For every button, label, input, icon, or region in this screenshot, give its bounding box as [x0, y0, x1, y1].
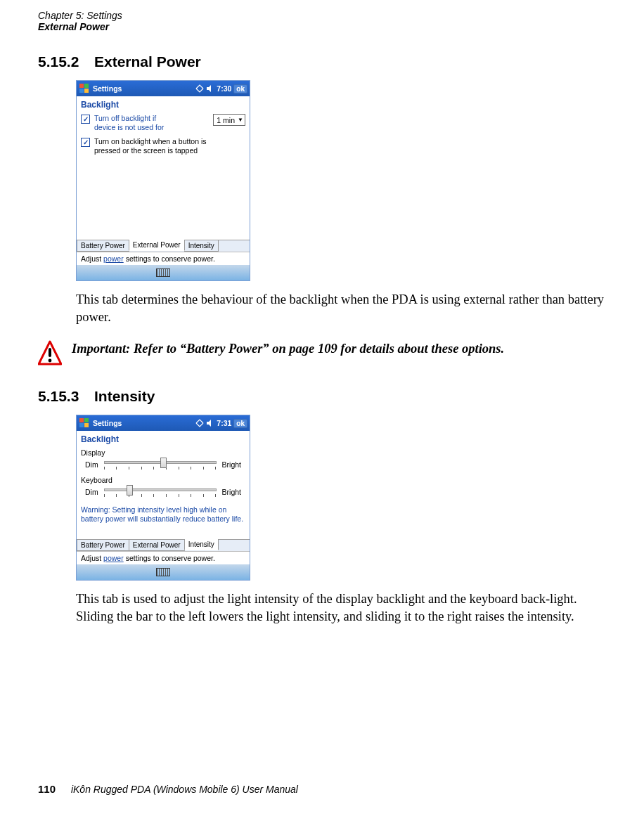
hint-bar: Adjust power settings to conserve power. — [77, 252, 250, 265]
svg-rect-9 — [84, 423, 89, 427]
hint-pre: Adjust — [81, 554, 103, 562]
windows-flag-icon — [79, 417, 90, 429]
display-slider[interactable] — [104, 458, 217, 471]
bright-label: Bright — [222, 488, 241, 496]
clock-time: 7:31 — [217, 419, 231, 427]
page-number: 110 — [38, 783, 56, 795]
connectivity-icon — [195, 84, 204, 93]
bottom-bar — [77, 564, 250, 580]
warning-icon — [38, 340, 62, 367]
window-titlebar: Settings 7:31 ok — [77, 415, 250, 431]
heading-number: 5.15.2 — [38, 53, 94, 70]
volume-icon — [206, 419, 214, 427]
window-title: Settings — [93, 84, 195, 93]
heading-text: External Power — [94, 53, 201, 70]
svg-rect-6 — [79, 418, 84, 422]
tab-external-power[interactable]: External Power — [129, 240, 185, 251]
body-paragraph-1: This tab determines the behaviour of the… — [76, 291, 606, 326]
panel-heading: Backlight — [81, 100, 245, 110]
book-title: iKôn Rugged PDA (Windows Mobile 6) User … — [71, 784, 298, 795]
hint-power-link[interactable]: power — [103, 254, 124, 263]
keyboard-icon[interactable] — [156, 268, 170, 277]
note-body: Refer to “Battery Power” on page 109 for… — [134, 342, 504, 356]
volume-icon — [206, 84, 214, 93]
svg-rect-2 — [79, 89, 84, 93]
keyboard-slider[interactable] — [104, 486, 217, 498]
tab-intensity[interactable]: Intensity — [184, 539, 219, 550]
bottom-bar — [77, 265, 250, 280]
hint-power-link[interactable]: power — [103, 554, 124, 562]
panel-heading: Backlight — [81, 434, 245, 444]
hint-post: settings to conserve power. — [124, 254, 215, 263]
intensity-warning-text: Warning: Setting intensity level high wh… — [81, 505, 245, 524]
window-title: Settings — [93, 419, 195, 427]
heading-external-power: 5.15.2External Power — [38, 53, 606, 70]
window-titlebar: Settings 7:30 ok — [77, 81, 250, 96]
running-header-chapter: Chapter 5: Settings — [38, 10, 606, 21]
screenshot-intensity: Settings 7:31 ok Backlight Display Dim B… — [76, 415, 250, 580]
clock-time: 7:30 — [217, 84, 231, 93]
ok-button[interactable]: ok — [233, 419, 247, 428]
screenshot-external-power: Settings 7:30 ok Backlight ✓ Turn off ba… — [76, 80, 250, 281]
windows-flag-icon — [79, 83, 90, 94]
checkbox-turnoff[interactable]: ✓ — [81, 115, 90, 124]
tab-intensity[interactable]: Intensity — [184, 240, 219, 252]
body-paragraph-2: This tab is used to adjust the light int… — [76, 590, 606, 626]
checkbox-turnoff-label: Turn off backlight if device is not used… — [94, 114, 172, 131]
connectivity-icon — [195, 419, 204, 427]
heading-number: 5.15.3 — [38, 388, 94, 405]
heading-intensity: 5.15.3Intensity — [38, 388, 606, 405]
svg-rect-1 — [84, 84, 89, 88]
svg-rect-8 — [79, 423, 84, 427]
keyboard-icon[interactable] — [156, 568, 170, 576]
hint-post: settings to conserve power. — [124, 554, 215, 562]
bright-label: Bright — [222, 460, 241, 469]
heading-text: Intensity — [94, 388, 155, 404]
display-slider-label: Display — [81, 448, 245, 457]
timeout-dropdown[interactable]: 1 min — [213, 114, 245, 126]
checkbox-turnon[interactable]: ✓ — [81, 138, 90, 147]
tab-external-power[interactable]: External Power — [129, 540, 185, 551]
tab-battery-power[interactable]: Battery Power — [77, 540, 129, 551]
svg-point-5 — [49, 359, 52, 363]
ok-button[interactable]: ok — [233, 84, 247, 93]
tab-bar: Battery Power External Power Intensity — [77, 539, 250, 551]
dim-label: Dim — [85, 460, 98, 469]
important-note: Important: Refer to “Battery Power” on p… — [38, 340, 606, 367]
hint-bar: Adjust power settings to conserve power. — [77, 551, 250, 564]
tab-battery-power[interactable]: Battery Power — [77, 240, 129, 252]
svg-rect-4 — [49, 348, 51, 357]
hint-pre: Adjust — [81, 254, 103, 263]
svg-rect-0 — [79, 84, 84, 88]
svg-rect-7 — [84, 418, 89, 422]
note-label: Important: — [72, 342, 134, 356]
page-footer: 110 iKôn Rugged PDA (Windows Mobile 6) U… — [38, 783, 298, 795]
svg-rect-3 — [84, 89, 89, 93]
running-header-section: External Power — [38, 21, 606, 32]
keyboard-slider-label: Keyboard — [81, 476, 245, 484]
tab-bar: Battery Power External Power Intensity — [77, 240, 250, 252]
dim-label: Dim — [85, 488, 98, 496]
checkbox-turnon-label: Turn on backlight when a button is press… — [94, 137, 228, 155]
